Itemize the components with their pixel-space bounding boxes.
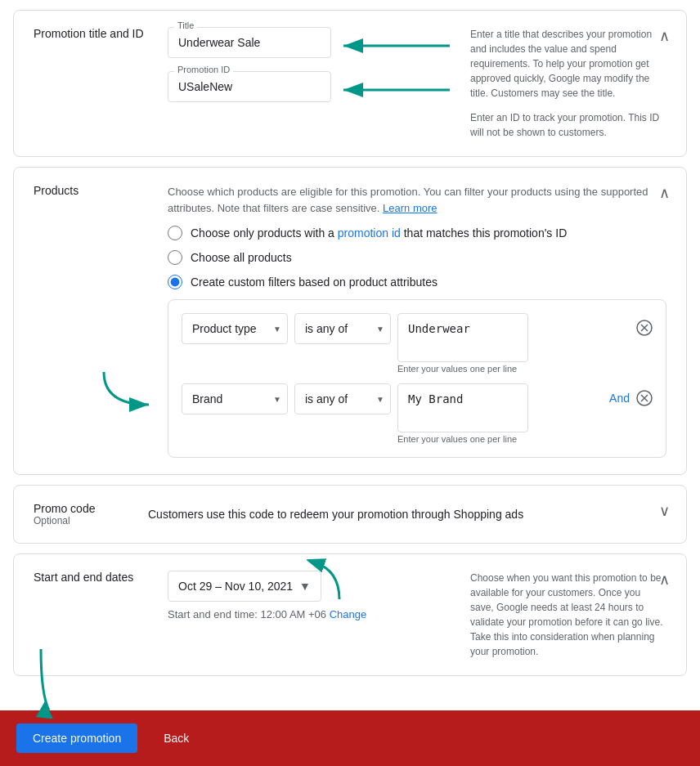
title-input[interactable] [168,27,331,58]
filter-value-1-wrapper: Underwear Enter your values one per line [397,313,528,374]
promo-id-input[interactable] [168,71,331,102]
custom-filter-arrow [96,364,161,415]
promo-code-section: Promo code Optional Customers use this c… [13,485,687,544]
filter-value-1-hint: Enter your values one per line [397,364,528,374]
filter-attribute-1[interactable]: Product type Brand Condition Custom labe… [182,313,288,344]
date-range-picker[interactable]: Oct 29 – Nov 10, 2021 ▼ [168,571,321,602]
title-help-text-1: Enter a title that describes your promot… [470,27,666,101]
time-label: Start and end time: 12:00 AM +06 [168,608,326,620]
filter-value-1[interactable]: Underwear [397,313,528,362]
title-section: Promotion title and ID Title [13,10,687,157]
filter-value-2[interactable]: My Brand [397,383,528,432]
promo-code-expand-btn[interactable]: ∨ [659,502,670,520]
filter-value-2-hint: Enter your values one per line [397,434,528,444]
date-range-value: Oct 29 – Nov 10, 2021 [178,580,293,593]
back-button[interactable]: Back [147,723,205,753]
dates-section: Start and end dates Oct 29 – Nov 10, 202… [13,553,687,676]
learn-more-link[interactable]: Learn more [383,202,437,214]
radio-promo-id-match-input[interactable] [168,226,182,240]
promo-code-title: Promo code [34,502,148,515]
radio-custom-filters-input[interactable] [168,275,182,289]
change-time-link[interactable]: Change [330,608,367,620]
radio-custom-filters-label: Create custom filters based on product a… [191,275,438,289]
filter-remove-btn-1[interactable] [636,320,653,336]
and-label: And [609,392,630,405]
promo-section-row: Promo code Optional Customers use this c… [34,502,666,526]
promo-id-field-label: Promotion ID [174,65,233,74]
products-intro-text: Choose which products are eligible for t… [168,184,666,216]
filter-actions-2: And [609,390,653,406]
radio-all-products-label: Choose all products [191,251,292,264]
products-section-label: Products [34,184,148,197]
bottom-bar: Create promotion Back [0,710,700,766]
filter-attribute-2-wrapper: Brand Product type Condition Custom labe… [182,383,288,414]
promotion-id-link[interactable]: promotion id [338,226,401,240]
title-fields: Title Promotion [168,27,451,102]
title-help-text-area: Enter a title that describes your promot… [470,27,666,140]
title-arrow [339,34,454,58]
filter-row-1: Product type Brand Condition Custom labe… [182,313,653,374]
close-circle-icon-2 [636,390,653,406]
products-section: Products Choose which products are eligi… [13,167,687,475]
products-section-collapse-btn[interactable]: ∧ [659,184,670,202]
radio-custom-filters[interactable]: Create custom filters based on product a… [168,275,666,289]
dates-section-collapse-btn[interactable]: ∧ [659,571,670,589]
promo-id-input-wrapper: Promotion ID [168,71,331,102]
dates-help-text: Choose when you want this promotion to b… [470,571,666,659]
filter-condition-2[interactable]: is any of is not any of [294,383,391,414]
radio-promo-id-match[interactable]: Choose only products with a promotion id… [168,226,666,240]
filter-condition-1[interactable]: is any of is not any of [294,313,391,344]
filter-value-2-wrapper: My Brand Enter your values one per line [397,383,528,444]
title-section-label: Promotion title and ID [34,27,148,40]
filter-remove-btn-2[interactable] [636,390,653,406]
products-section-content: Choose which products are eligible for t… [168,184,666,458]
radio-all-products[interactable]: Choose all products [168,250,666,265]
create-promotion-button[interactable]: Create promotion [16,723,137,753]
close-circle-icon-1 [636,320,653,336]
filter-attribute-1-wrapper: Product type Brand Condition Custom labe… [182,313,288,344]
title-help-text-2: Enter an ID to track your promotion. Thi… [470,110,666,140]
dates-section-content: Oct 29 – Nov 10, 2021 ▼ Start [168,571,451,620]
promo-id-arrow [339,78,454,102]
radio-group: Choose only products with a promotion id… [168,226,666,289]
title-section-collapse-btn[interactable]: ∧ [659,27,670,45]
promo-code-description: Customers use this code to redeem your p… [148,508,666,521]
radio-promo-id-label: Choose only products with a promotion id… [191,226,567,240]
promo-optional-label: Optional [34,515,148,526]
time-row: Start and end time: 12:00 AM +06 Change [168,608,451,620]
dates-section-label: Start and end dates [34,571,148,584]
filter-condition-1-wrapper: is any of is not any of [294,313,391,344]
filters-container: Product type Brand Condition Custom labe… [168,299,666,458]
title-input-wrapper: Title [168,27,331,58]
title-field-label: Title [174,20,197,30]
date-picker-chevron-icon: ▼ [299,580,311,593]
filter-row-2: Brand Product type Condition Custom labe… [182,383,653,444]
promo-label-area: Promo code Optional [34,502,148,526]
filter-actions-1 [636,320,653,336]
main-content: Promotion title and ID Title [0,10,700,766]
filter-condition-2-wrapper: is any of is not any of [294,383,391,414]
radio-all-products-input[interactable] [168,250,182,265]
filter-attribute-2[interactable]: Brand Product type Condition Custom labe… [182,383,288,414]
